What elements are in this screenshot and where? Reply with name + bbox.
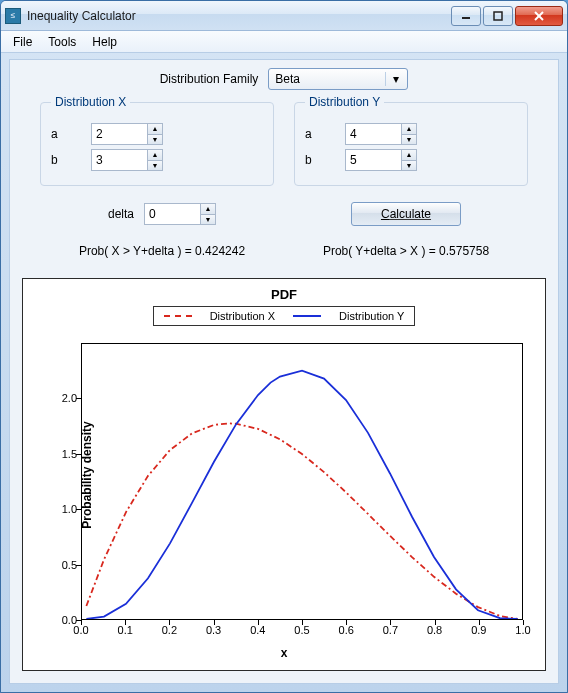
dist-y-a-spinner[interactable]: ▲▼ bbox=[345, 123, 417, 145]
dist-x-group: Distribution X a ▲▼ b ▲▼ bbox=[40, 102, 274, 186]
spin-down-icon[interactable]: ▼ bbox=[201, 215, 215, 225]
x-tick-label: 0.6 bbox=[339, 624, 354, 636]
dist-family-value: Beta bbox=[275, 72, 300, 86]
dist-y-a-label: a bbox=[305, 127, 335, 141]
x-tick-label: 0.3 bbox=[206, 624, 221, 636]
svg-rect-1 bbox=[494, 12, 502, 20]
legend-label-y: Distribution Y bbox=[339, 310, 404, 322]
window-controls bbox=[451, 6, 563, 26]
legend-label-x: Distribution X bbox=[210, 310, 275, 322]
spin-up-icon[interactable]: ▲ bbox=[402, 124, 416, 135]
x-tick-label: 1.0 bbox=[515, 624, 530, 636]
dist-x-a-spinner[interactable]: ▲▼ bbox=[91, 123, 163, 145]
chevron-down-icon: ▾ bbox=[385, 72, 401, 86]
spin-down-icon[interactable]: ▼ bbox=[148, 135, 162, 145]
dist-family-label: Distribution Family bbox=[160, 72, 259, 86]
minimize-button[interactable] bbox=[451, 6, 481, 26]
chart-legend: Distribution X Distribution Y bbox=[153, 306, 416, 326]
y-tick-label: 2.0 bbox=[55, 392, 77, 404]
spin-up-icon[interactable]: ▲ bbox=[148, 150, 162, 161]
delta-calc-row: delta ▲▼ Calculate bbox=[40, 202, 528, 226]
x-axis-label: x bbox=[281, 646, 288, 660]
x-tick-label: 0.2 bbox=[162, 624, 177, 636]
x-tick-label: 0.5 bbox=[294, 624, 309, 636]
x-tick-label: 0.9 bbox=[471, 624, 486, 636]
y-tick-label: 1.0 bbox=[55, 503, 77, 515]
menubar: File Tools Help bbox=[1, 31, 567, 53]
dist-y-b-spinner[interactable]: ▲▼ bbox=[345, 149, 417, 171]
delta-label: delta bbox=[108, 207, 134, 221]
client-area: Distribution Family Beta ▾ Distribution … bbox=[9, 59, 559, 684]
close-button[interactable] bbox=[515, 6, 563, 26]
spin-up-icon[interactable]: ▲ bbox=[402, 150, 416, 161]
window-title: Inequality Calculator bbox=[27, 9, 451, 23]
dist-x-b-input[interactable] bbox=[91, 149, 147, 171]
result-prob1: Prob( X > Y+delta ) = 0.424242 bbox=[79, 244, 245, 258]
chart-frame: PDF Distribution X Distribution Y Probab… bbox=[22, 278, 546, 671]
spin-down-icon[interactable]: ▼ bbox=[402, 161, 416, 171]
spin-down-icon[interactable]: ▼ bbox=[148, 161, 162, 171]
distribution-panels: Distribution X a ▲▼ b ▲▼ Di bbox=[40, 102, 528, 186]
result-prob2: Prob( Y+delta > X ) = 0.575758 bbox=[323, 244, 489, 258]
results-row: Prob( X > Y+delta ) = 0.424242 Prob( Y+d… bbox=[40, 244, 528, 258]
dist-y-group: Distribution Y a ▲▼ b ▲▼ bbox=[294, 102, 528, 186]
app-window: ≤ Inequality Calculator File Tools Help … bbox=[0, 0, 568, 693]
spin-up-icon[interactable]: ▲ bbox=[201, 204, 215, 215]
dist-x-a-label: a bbox=[51, 127, 81, 141]
x-tick-label: 0.1 bbox=[118, 624, 133, 636]
menu-tools[interactable]: Tools bbox=[40, 33, 84, 51]
plot-region bbox=[81, 343, 523, 620]
dist-family-row: Distribution Family Beta ▾ bbox=[10, 68, 558, 90]
delta-input[interactable] bbox=[144, 203, 200, 225]
calculate-button-label: Calculate bbox=[381, 207, 431, 221]
spin-up-icon[interactable]: ▲ bbox=[148, 124, 162, 135]
chart-title: PDF bbox=[31, 287, 537, 302]
legend-swatch-x bbox=[164, 315, 192, 317]
app-icon: ≤ bbox=[5, 8, 21, 24]
delta-spinner[interactable]: ▲▼ bbox=[144, 203, 216, 225]
legend-swatch-y bbox=[293, 315, 321, 317]
titlebar[interactable]: ≤ Inequality Calculator bbox=[1, 1, 567, 31]
x-tick-label: 0.7 bbox=[383, 624, 398, 636]
calculate-button[interactable]: Calculate bbox=[351, 202, 461, 226]
dist-y-b-input[interactable] bbox=[345, 149, 401, 171]
dist-y-b-label: b bbox=[305, 153, 335, 167]
y-tick-label: 1.5 bbox=[55, 448, 77, 460]
x-tick-label: 0.4 bbox=[250, 624, 265, 636]
chart-area: PDF Distribution X Distribution Y Probab… bbox=[31, 287, 537, 662]
dist-family-combo[interactable]: Beta ▾ bbox=[268, 68, 408, 90]
dist-x-a-input[interactable] bbox=[91, 123, 147, 145]
dist-y-title: Distribution Y bbox=[305, 95, 384, 109]
menu-help[interactable]: Help bbox=[84, 33, 125, 51]
maximize-button[interactable] bbox=[483, 6, 513, 26]
x-tick-label: 0.0 bbox=[73, 624, 88, 636]
menu-file[interactable]: File bbox=[5, 33, 40, 51]
spin-down-icon[interactable]: ▼ bbox=[402, 135, 416, 145]
dist-x-b-label: b bbox=[51, 153, 81, 167]
y-tick-label: 0.5 bbox=[55, 559, 77, 571]
x-tick-label: 0.8 bbox=[427, 624, 442, 636]
dist-x-b-spinner[interactable]: ▲▼ bbox=[91, 149, 163, 171]
dist-y-a-input[interactable] bbox=[345, 123, 401, 145]
dist-x-title: Distribution X bbox=[51, 95, 130, 109]
